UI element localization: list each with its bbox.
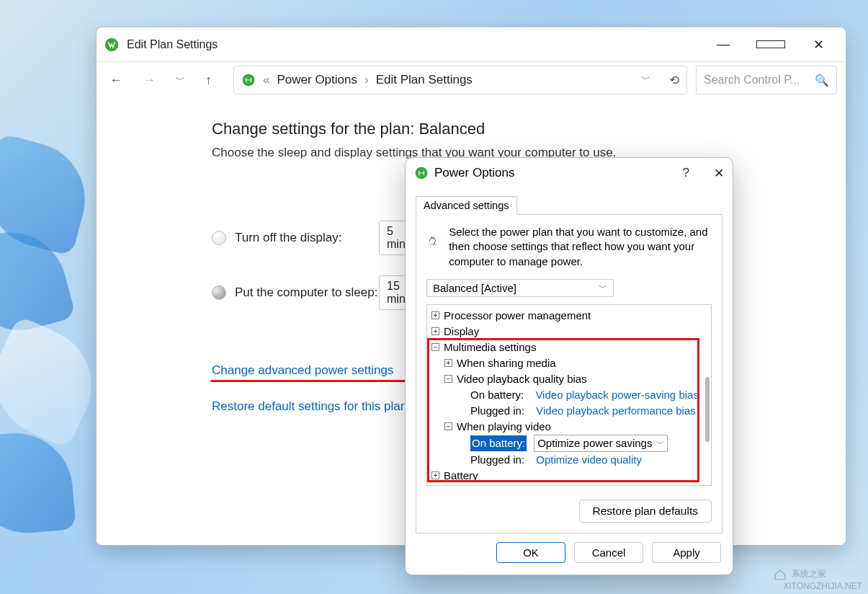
power-options-dialog: Power Options ? ✕ Advanced settings Sele… — [405, 157, 733, 575]
tab-advanced-settings[interactable]: Advanced settings — [416, 196, 517, 215]
node-display[interactable]: Display — [444, 324, 479, 340]
window-title: Edit Plan Settings — [127, 38, 218, 51]
tabbar: Advanced settings — [406, 188, 733, 214]
navbar: ← → ﹀ ↑ « Power Options › Edit Plan Sett… — [97, 62, 846, 98]
scrollbar[interactable] — [705, 377, 710, 442]
settings-tree[interactable]: +Processor power management +Display −Mu… — [426, 304, 712, 486]
expand-icon[interactable]: + — [444, 359, 452, 367]
svg-point-3 — [428, 243, 437, 246]
dialog-title: Power Options — [434, 166, 515, 180]
vpqb-batt-value[interactable]: Video playback power-saving bias — [535, 387, 699, 403]
apply-button[interactable]: Apply — [652, 542, 721, 563]
playing-plug-label: Plugged in: — [470, 452, 524, 468]
power-plan-icon — [104, 37, 120, 53]
refresh-icon[interactable]: ⟲ — [669, 73, 679, 88]
expand-icon[interactable]: + — [431, 471, 439, 479]
breadcrumb-power-options[interactable]: Power Options — [277, 73, 357, 87]
display-icon — [212, 231, 226, 245]
address-bar[interactable]: « Power Options › Edit Plan Settings ﹀ ⟲ — [233, 66, 687, 94]
sleep-icon — [212, 285, 226, 300]
expand-icon[interactable]: + — [431, 311, 439, 319]
page-title: Change settings for the plan: Balanced — [212, 120, 817, 138]
chevron-down-icon: ﹀ — [656, 435, 664, 451]
close-button[interactable]: ✕ — [804, 37, 833, 53]
playing-plug-value[interactable]: Optimize video quality — [536, 452, 642, 468]
titlebar: Edit Plan Settings — ✕ — [97, 27, 846, 62]
plan-select[interactable]: Balanced [Active] ﹀ — [426, 279, 614, 297]
nav-back-icon[interactable]: ← — [109, 73, 122, 88]
node-vpqb[interactable]: Video playback quality bias — [457, 371, 587, 387]
node-multimedia[interactable]: Multimedia settings — [444, 340, 536, 355]
breadcrumb-root: « — [263, 73, 269, 87]
link-change-advanced[interactable]: Change advanced power settings — [212, 363, 393, 378]
nav-up-icon[interactable]: ↑ — [205, 73, 212, 88]
watermark: 系统之家 XITONGZHIJIA.NET — [774, 568, 862, 591]
breadcrumb-sep-icon: › — [364, 73, 369, 87]
dialog-close-button[interactable]: ✕ — [714, 166, 724, 181]
cancel-button[interactable]: Cancel — [574, 542, 643, 563]
search-box[interactable]: 🔍 — [696, 66, 837, 94]
chevron-down-icon: ﹀ — [599, 282, 607, 294]
dialog-titlebar: Power Options ? ✕ — [406, 158, 733, 188]
minimize-button[interactable]: — — [709, 37, 738, 53]
collapse-icon[interactable]: − — [444, 375, 452, 383]
nav-recent-icon[interactable]: ﹀ — [176, 74, 185, 87]
tab-pane: Select the power plan that you want to c… — [416, 214, 722, 533]
power-plan-icon — [414, 166, 429, 180]
watermark-line2: XITONGZHIJIA.NET — [783, 581, 862, 591]
dialog-buttons: OK Cancel Apply — [406, 533, 733, 575]
power-plan-icon — [241, 73, 256, 87]
vpqb-plug-value[interactable]: Video playback performance bias — [536, 403, 696, 419]
collapse-icon[interactable]: − — [444, 422, 452, 430]
dialog-intro: Select the power plan that you want to c… — [426, 225, 712, 269]
sleep-label: Put the computer to sleep: — [235, 285, 379, 300]
link-restore-defaults[interactable]: Restore default settings for this plan — [212, 399, 407, 414]
playing-batt-value: Optimize power savings — [537, 435, 652, 451]
dialog-intro-text: Select the power plan that you want to c… — [449, 225, 712, 269]
battery-plug-icon — [426, 225, 439, 255]
maximize-button[interactable] — [756, 37, 785, 53]
breadcrumb-edit-plan[interactable]: Edit Plan Settings — [376, 73, 473, 87]
restore-plan-defaults-button[interactable]: Restore plan defaults — [579, 500, 712, 523]
vpqb-batt-label: On battery: — [470, 387, 524, 403]
ok-button[interactable]: OK — [496, 542, 565, 563]
collapse-icon[interactable]: − — [431, 343, 439, 351]
expand-icon[interactable]: + — [431, 327, 439, 335]
node-sharing[interactable]: When sharing media — [457, 355, 556, 371]
nav-forward-icon[interactable]: → — [143, 73, 156, 88]
search-input[interactable] — [704, 74, 809, 87]
node-battery[interactable]: Battery — [444, 468, 478, 484]
vpqb-plug-label: Plugged in: — [470, 403, 524, 419]
help-button[interactable]: ? — [683, 166, 689, 181]
playing-batt-select[interactable]: Optimize power savings ﹀ — [534, 435, 668, 452]
dropdown-history-icon[interactable]: ﹀ — [641, 73, 650, 88]
plan-select-value: Balanced [Active] — [433, 282, 516, 294]
node-processor[interactable]: Processor power management — [444, 308, 591, 324]
playing-batt-label: On battery: — [470, 435, 527, 451]
watermark-line1: 系统之家 — [792, 569, 826, 579]
search-icon[interactable]: 🔍 — [815, 74, 829, 87]
display-label: Turn off the display: — [235, 231, 379, 245]
node-playing[interactable]: When playing video — [457, 419, 551, 435]
